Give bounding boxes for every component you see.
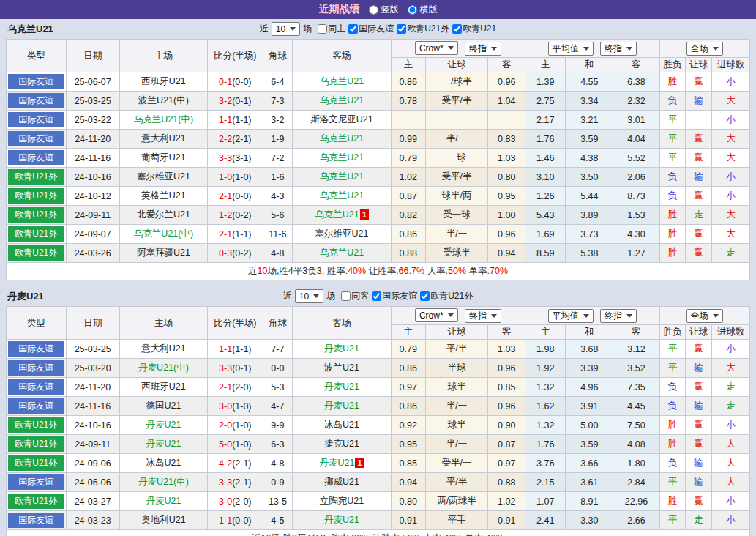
crow-away-odds-cell: 0.91	[488, 511, 525, 530]
handicap-cell: 半/一	[425, 130, 488, 149]
chevron-down-icon	[626, 47, 632, 51]
result-handicap-cell-value: 赢	[694, 133, 703, 144]
score-cell: 3-2(0-1)	[208, 92, 263, 111]
handicap-cell: 球半	[425, 378, 488, 397]
result-goals-cell: 大	[711, 473, 749, 492]
result-handicap-cell: 赢	[686, 378, 712, 397]
sub-header-handicap: 让球	[425, 58, 488, 72]
result-goals-cell: 走	[711, 244, 749, 263]
away-team-name: 波兰U21	[324, 362, 359, 373]
odds-company-select[interactable]: Crow*	[415, 308, 458, 322]
fulltime-score: 1-2	[219, 210, 232, 220]
score-cell: 2-0(1-0)	[208, 416, 263, 435]
match-count-select[interactable]: 10	[295, 289, 323, 303]
handicap-cell: 受平/半	[425, 168, 488, 187]
summary-stat-value: 40%	[486, 533, 504, 536]
halftime-score: (2-0)	[232, 496, 251, 507]
competition-badge: 国际友谊	[8, 131, 64, 146]
avg-away-odds-cell: 2.06	[613, 168, 659, 187]
result-goals-cell: 小	[711, 416, 749, 435]
odds-company-select[interactable]: Crow*	[415, 41, 458, 55]
avg-draw-odds-cell: 3.30	[566, 511, 613, 530]
home-team-name: 丹麦U21(中)	[138, 477, 189, 487]
checkbox-input[interactable]	[341, 291, 351, 301]
odds-company-value: Crow*	[419, 310, 444, 321]
result-goals-cell: 小	[711, 492, 749, 511]
result-wdl-cell-value: 胜	[668, 420, 678, 430]
layout-radio-horizontal[interactable]: 横版	[408, 4, 438, 16]
result-handicap-cell: 输	[686, 454, 712, 473]
match-row: 国际友谊24-11-16葡萄牙U213-3(3-1)7-2乌克兰U210.79一…	[7, 149, 750, 168]
checkbox-input[interactable]	[372, 291, 381, 301]
checkbox-input[interactable]	[420, 291, 430, 301]
home-team-cell: 乌克兰U21(中)	[119, 225, 207, 244]
score-cell: 1-1(1-1)	[208, 111, 263, 130]
odds-stage-select[interactable]: 终指	[465, 309, 501, 323]
match-count-select[interactable]: 10	[272, 22, 300, 36]
filter-checkbox[interactable]: 欧青U21外	[420, 290, 473, 302]
sub-header-odds-home: 主	[391, 58, 425, 72]
avg-home-odds-cell: 1.69	[525, 225, 566, 244]
crow-away-odds-cell: 0.80	[488, 168, 525, 187]
scope-select[interactable]: 全场	[686, 42, 723, 56]
avg-stage-select[interactable]: 终指	[600, 42, 637, 56]
odds-stage-select[interactable]: 终指	[465, 42, 501, 56]
sub-header-avg-draw: 和	[566, 325, 613, 340]
avg-draw-odds-cell: 4.38	[566, 149, 613, 168]
summary-text: 单率:	[463, 533, 486, 536]
halftime-score: (0-2)	[232, 248, 251, 258]
filter-checkbox[interactable]: 国际友谊	[372, 290, 417, 302]
result-handicap-cell-value: 赢	[694, 343, 703, 354]
halftime-score: (0-1)	[232, 363, 251, 373]
result-wdl-cell: 负	[659, 397, 686, 416]
home-team-cell: 德国U21	[119, 397, 207, 416]
avg-stage-select[interactable]: 终指	[600, 309, 637, 323]
date-cell: 24-09-11	[66, 206, 119, 225]
col-header-date: 日期	[66, 307, 119, 340]
layout-radio-vertical[interactable]: 竖版	[369, 4, 399, 16]
result-goals-cell-value: 小	[726, 171, 736, 182]
filter-checkbox[interactable]: 国际友谊	[348, 23, 394, 35]
avg-away-odds-cell: 4.30	[613, 225, 659, 244]
result-goals-cell-value: 小	[726, 76, 736, 86]
filter-checkbox[interactable]: 同客	[341, 290, 369, 302]
away-team-name: 乌克兰U21	[320, 152, 364, 163]
avg-home-odds-cell: 1.32	[525, 378, 566, 397]
match-row: 国际友谊25-03-25意大利U211-1(1-1)7-7丹麦U210.79平/…	[7, 340, 750, 359]
avg-draw-odds-cell: 3.61	[566, 473, 613, 492]
result-handicap-cell: 赢	[686, 416, 712, 435]
competition-cell: 国际友谊	[7, 111, 67, 130]
checkbox-input[interactable]	[348, 24, 358, 34]
filter-checkbox[interactable]: 欧青U21	[452, 23, 496, 35]
fulltime-score: 0-3	[219, 248, 232, 258]
col-header-home: 主场	[119, 40, 207, 72]
result-handicap-cell: 输	[686, 473, 712, 492]
result-group-header: 全场	[659, 40, 749, 58]
date-cell: 24-10-16	[66, 168, 119, 187]
crow-home-odds-cell: 0.91	[391, 511, 425, 530]
checkbox-input[interactable]	[318, 24, 327, 34]
avg-away-odds-cell: 7.35	[613, 378, 659, 397]
avg-source-select[interactable]: 平均值	[548, 42, 594, 56]
fulltime-score: 2-1	[219, 191, 232, 201]
scope-select[interactable]: 全场	[686, 309, 723, 323]
result-handicap-cell-value: 赢	[694, 381, 703, 392]
competition-cell: 国际友谊	[7, 340, 67, 359]
filter-checkbox[interactable]: 同主	[318, 23, 345, 35]
checkbox-input[interactable]	[397, 24, 406, 34]
titlebar: 近期战绩 竖版 横版	[0, 0, 756, 19]
radio-input-horizontal[interactable]	[408, 5, 417, 15]
home-team-name: 北爱尔兰U21	[137, 209, 190, 220]
chevron-down-icon	[290, 27, 296, 31]
match-row: 国际友谊24-06-06丹麦U21(中)3-3(2-1)0-9挪威U210.94…	[7, 473, 750, 492]
radio-input-vertical[interactable]	[369, 5, 378, 15]
radio-label-vertical: 竖版	[381, 4, 399, 16]
avg-home-odds-cell: 1.39	[525, 72, 566, 92]
handicap-cell: 球半/两	[425, 187, 488, 206]
checkbox-input[interactable]	[452, 24, 462, 34]
score-cell: 1-0(1-0)	[208, 168, 263, 187]
filter-checkbox[interactable]: 欧青U21外	[397, 23, 449, 35]
avg-home-odds-cell: 8.59	[525, 244, 566, 263]
avg-source-select[interactable]: 平均值	[548, 309, 594, 323]
halftime-score: (0-0)	[232, 191, 251, 201]
